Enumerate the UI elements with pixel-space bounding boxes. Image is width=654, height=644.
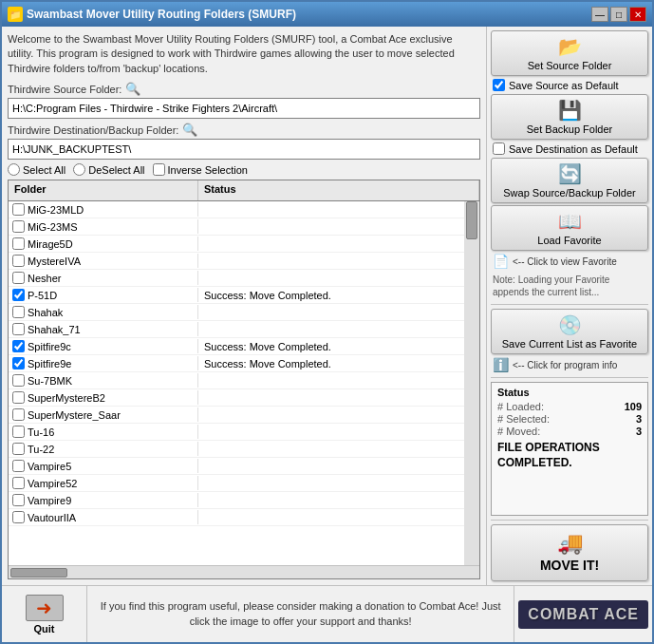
folder-cell: Shahak (9, 305, 198, 319)
horizontal-scrollbar[interactable] (9, 565, 479, 578)
source-folder-label: Thirdwire Source Folder: 🔍 (8, 82, 480, 96)
quit-arrow-icon: ➜ (36, 597, 52, 619)
quit-label: Quit (34, 623, 55, 635)
source-magnifier-icon[interactable]: 🔍 (125, 82, 140, 96)
folder-checkbox[interactable] (12, 494, 25, 506)
set-source-button[interactable]: 📂 Set Source Folder (491, 30, 648, 76)
selected-row: # Selected: 3 (497, 413, 642, 425)
folder-checkbox[interactable] (12, 203, 25, 216)
folder-column-header: Folder (9, 180, 198, 200)
status-cell (198, 397, 464, 399)
table-row: Vampire5 (9, 458, 464, 475)
logo-text: COMBAT ACE (518, 600, 648, 629)
horizontal-scrollbar-thumb[interactable] (10, 568, 67, 578)
folder-cell: Tu-16 (9, 425, 198, 439)
save-source-checkbox[interactable] (493, 79, 505, 91)
folder-name: Vampire5 (28, 461, 71, 472)
folder-cell: MystereIVA (9, 254, 198, 268)
loaded-value: 109 (625, 401, 642, 412)
load-favorite-button[interactable]: 📖 Load Favorite (491, 205, 648, 251)
table-row: Mirage5D (9, 236, 464, 253)
table-row: Tu-16 (9, 424, 464, 441)
table-row: SuperMystereB2 (9, 389, 464, 407)
save-favorite-button[interactable]: 💿 Save Current List as Favorite (491, 309, 648, 354)
table-header: Folder Status (9, 180, 479, 201)
folder-name: Tu-16 (28, 426, 54, 438)
table-row: VautourIIA (9, 509, 464, 526)
status-box: Status # Loaded: 109 # Selected: 3 # Mov… (491, 382, 648, 516)
folder-checkbox[interactable] (12, 443, 25, 455)
save-source-checkbox-row: Save Source as Default (491, 78, 648, 92)
status-cell (198, 243, 464, 245)
save-destination-checkbox[interactable] (493, 142, 505, 155)
quit-section: ➜ Quit (2, 586, 87, 642)
folder-checkbox[interactable] (12, 272, 25, 284)
save-favorite-icon: 💿 (558, 313, 582, 336)
folder-checkbox[interactable] (12, 255, 25, 267)
destination-magnifier-icon[interactable]: 🔍 (182, 123, 197, 137)
folder-checkbox[interactable] (12, 237, 25, 250)
click-info-row: ℹ️ <-- Click for program info (491, 356, 648, 373)
folder-cell: Shahak_71 (9, 322, 198, 336)
folder-checkbox[interactable] (12, 426, 25, 438)
table-row: MiG-23MLD (9, 201, 464, 218)
loaded-label: # Loaded: (497, 401, 544, 412)
folder-checkbox[interactable] (12, 289, 25, 301)
quit-button[interactable]: ➜ (26, 595, 64, 621)
maximize-button[interactable]: □ (610, 7, 627, 22)
table-row: Vampire52 (9, 475, 464, 492)
status-cell (198, 329, 464, 331)
select-all-radio[interactable]: Select All (8, 163, 65, 176)
window-controls: — □ ✕ (591, 7, 646, 22)
folder-checkbox[interactable] (12, 408, 25, 421)
folder-name: SuperMystereB2 (28, 392, 105, 404)
folder-name: MiG-23MLD (28, 204, 84, 216)
folder-checkbox[interactable] (12, 460, 25, 472)
close-button[interactable]: ✕ (629, 7, 646, 22)
status-cell (198, 483, 464, 484)
set-backup-button[interactable]: 💾 Set Backup Folder (491, 94, 648, 140)
folder-checkbox[interactable] (12, 357, 25, 369)
folder-cell: Vampire52 (9, 476, 198, 490)
combat-ace-logo[interactable]: COMBAT ACE (514, 586, 652, 642)
status-cell (198, 226, 464, 228)
status-cell (198, 414, 464, 416)
destination-path-input[interactable] (8, 139, 480, 160)
folder-cell: Vampire5 (9, 459, 198, 473)
folder-checkbox[interactable] (12, 374, 25, 387)
folder-name: Tu-22 (28, 444, 54, 455)
swap-button[interactable]: 🔄 Swap Source/Backup Folder (491, 158, 648, 203)
title-bar: 📁 Swambast Mover Utility Routing Folders… (2, 2, 652, 27)
bottom-bar: ➜ Quit If you find this program useful, … (2, 585, 652, 642)
vertical-scrollbar[interactable] (464, 201, 479, 565)
folder-name: Spitfire9c (28, 341, 71, 352)
folder-checkbox[interactable] (12, 511, 25, 523)
move-icon: 🚚 (557, 531, 583, 556)
status-cell (198, 448, 464, 450)
folder-checkbox[interactable] (12, 477, 25, 489)
folder-checkbox[interactable] (12, 340, 25, 352)
vertical-scrollbar-thumb[interactable] (466, 201, 477, 239)
app-icon: 📁 (8, 7, 23, 22)
inverse-selection-checkbox[interactable]: Inverse Selection (153, 163, 248, 176)
divider-2 (491, 377, 648, 378)
minimize-button[interactable]: — (591, 7, 608, 22)
folder-cell: SuperMystere_Saar (9, 407, 198, 422)
table-row: Su-7BMK (9, 372, 464, 389)
table-row: Shahak_71 (9, 321, 464, 338)
folder-cell: Nesher (9, 271, 198, 285)
moved-label: # Moved: (497, 426, 540, 437)
selected-value: 3 (636, 413, 642, 425)
status-cell (198, 380, 464, 382)
folder-name: MiG-23MS (28, 221, 78, 233)
left-panel: Welcome to the Swambast Mover Utility Ro… (2, 27, 486, 585)
folder-checkbox[interactable] (12, 220, 25, 233)
table-scroll-container: MiG-23MLD MiG-23MS Mirage5D MystereIVA (9, 201, 479, 565)
move-button[interactable]: 🚚 MOVE IT! (491, 524, 648, 581)
deselect-all-radio[interactable]: DeSelect All (73, 163, 144, 176)
folder-checkbox[interactable] (12, 391, 25, 404)
folder-checkbox[interactable] (12, 306, 25, 318)
source-path-input[interactable] (8, 98, 480, 119)
folder-checkbox[interactable] (12, 323, 25, 335)
status-cell: Success: Move Completed. (198, 357, 464, 370)
